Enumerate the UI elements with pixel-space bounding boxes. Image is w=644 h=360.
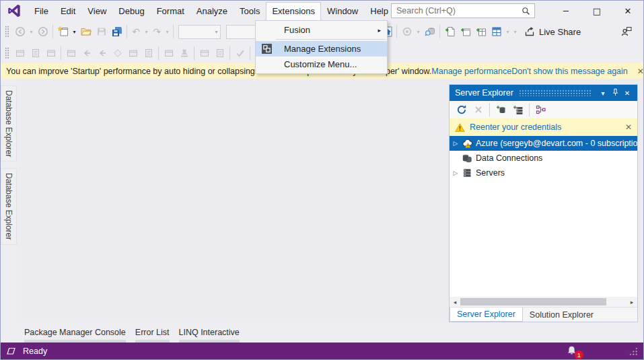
menu-window[interactable]: Window — [321, 3, 364, 20]
info-bar-close-icon[interactable]: ✕ — [637, 67, 644, 76]
scroll-left-icon[interactable]: ◂ — [450, 299, 460, 305]
visual-studio-logo-icon — [7, 3, 22, 18]
tree-item-label: Azure (sergeyb@devart.com - 0 subscripti… — [476, 139, 637, 148]
warning-close-icon[interactable]: ✕ — [625, 122, 632, 132]
navigate-forward-button — [35, 24, 50, 40]
expander-icon[interactable]: ▷ — [450, 170, 462, 176]
left-tool-window-tabs: Database Explorer Database Explorer — [1, 79, 17, 322]
reenter-credentials-link[interactable]: Reenter your credentials — [470, 122, 620, 132]
notifications-button[interactable]: 1 — [567, 345, 579, 357]
menu-item-customize-menu[interactable]: Customize Menu... — [256, 57, 387, 72]
toolbar-separator — [52, 25, 53, 38]
new-project-button[interactable] — [55, 24, 71, 40]
tree-item-data-connections[interactable]: Data Connections — [450, 151, 637, 166]
tree-item-servers[interactable]: ▷ Servers — [450, 166, 637, 180]
refresh-button[interactable] — [454, 102, 469, 118]
menu-item-label: Customize Menu... — [284, 59, 357, 69]
scrollbar-thumb[interactable] — [460, 298, 606, 305]
menu-help[interactable]: Help — [364, 3, 394, 20]
status-text: Ready — [23, 347, 47, 356]
save-all-button[interactable] — [109, 24, 124, 40]
notification-badge: 1 — [575, 351, 583, 359]
solution-configurations-combobox[interactable]: ▾ — [178, 25, 221, 39]
preview-button — [161, 45, 176, 61]
status-bar: Ready 1 — [1, 343, 643, 359]
title-bar: File Edit View Debug Format Analyze Tool… — [1, 1, 643, 21]
copy-button — [28, 45, 43, 61]
quick-search-box[interactable] — [391, 3, 535, 18]
close-window-button[interactable]: ✕ — [612, 1, 643, 21]
panel-close-icon[interactable]: ✕ — [621, 89, 633, 97]
vs-main-window: File Edit View Debug Format Analyze Tool… — [0, 0, 644, 360]
toolbar-options-caret-icon[interactable]: ▾ — [415, 29, 422, 35]
toolbar-separator — [194, 46, 194, 60]
toolbar-separator — [61, 46, 61, 60]
horizontal-scrollbar[interactable]: ◂ ▸ — [450, 297, 637, 307]
minimize-button[interactable]: ─ — [550, 1, 581, 21]
search-input[interactable] — [392, 6, 522, 15]
add-new-item-button[interactable] — [442, 24, 458, 40]
scroll-right-icon[interactable]: ▸ — [627, 299, 637, 305]
maximize-button[interactable]: □ — [581, 1, 612, 21]
menu-item-label: Fusion — [284, 25, 310, 35]
server-explorer-toolbar — [450, 101, 637, 118]
menu-debug[interactable]: Debug — [112, 3, 150, 20]
new-project-caret-icon[interactable]: ▾ — [71, 29, 78, 35]
send-feedback-button[interactable] — [618, 24, 634, 40]
redo-button: ↷ — [150, 26, 164, 37]
menu-extensions[interactable]: Extensions — [266, 2, 321, 20]
window-position-caret-icon[interactable]: ▾ — [597, 89, 609, 97]
sql-server-object-explorer-button[interactable] — [533, 102, 548, 118]
menu-tools[interactable]: Tools — [234, 3, 266, 20]
menu-item-fusion[interactable]: Fusion ▸ — [256, 22, 387, 38]
table-view-button[interactable] — [489, 24, 504, 40]
auto-hide-pin-icon[interactable] — [609, 88, 621, 98]
add-new-table-button[interactable] — [473, 24, 489, 40]
search-icon — [522, 7, 530, 15]
tree-item-azure[interactable]: ▷ Azure (sergeyb@devart.com - 0 subscrip… — [450, 136, 637, 151]
toolbar-drag-grip[interactable] — [5, 26, 9, 38]
combobox-caret-icon: ▾ — [213, 29, 220, 35]
submenu-arrow-icon: ▸ — [378, 27, 381, 34]
split-window-button — [141, 45, 156, 61]
menu-edit[interactable]: Edit — [55, 3, 81, 20]
dont-show-again-link[interactable]: Don't show this message again — [511, 67, 628, 76]
manage-performance-link[interactable]: Manage performance — [431, 67, 511, 76]
connect-to-database-button[interactable] — [493, 102, 509, 118]
toolbar-separator — [250, 46, 250, 60]
menu-analyze[interactable]: Analyze — [190, 3, 234, 20]
add-new-project-button[interactable] — [458, 24, 473, 40]
database-explorer-tab-2[interactable]: Database Explorer — [1, 168, 17, 244]
find-in-database-button[interactable] — [422, 24, 437, 40]
server-explorer-header[interactable]: Server Explorer ▾ ✕ — [450, 85, 637, 101]
breakpoint-button — [110, 45, 125, 61]
open-file-button[interactable] — [78, 24, 94, 40]
menu-file[interactable]: File — [28, 3, 55, 20]
tab-solution-explorer[interactable]: Solution Explorer — [523, 308, 600, 322]
server-explorer-panel: Server Explorer ▾ ✕ Reenter your credent… — [449, 84, 638, 322]
manage-extensions-icon — [261, 43, 273, 55]
new-window-button — [63, 45, 79, 61]
menu-view[interactable]: View — [81, 3, 112, 20]
expander-icon[interactable]: ▷ — [450, 140, 462, 147]
toolbar-options-caret-icon[interactable]: ▾ — [511, 29, 519, 35]
azure-warning-icon — [462, 138, 472, 149]
stamp-button — [176, 45, 192, 61]
scrollbar-track[interactable] — [460, 298, 627, 305]
toolbar-drag-grip[interactable] — [5, 47, 9, 59]
panel-header-texture — [519, 89, 592, 96]
database-explorer-tab-1[interactable]: Database Explorer — [1, 85, 17, 161]
tab-server-explorer[interactable]: Server Explorer — [450, 308, 523, 322]
warning-triangle-icon — [455, 122, 465, 133]
data-connections-icon — [462, 153, 472, 164]
live-share-icon — [524, 26, 535, 37]
resize-grip[interactable] — [629, 347, 638, 356]
step-back-button — [94, 45, 110, 61]
menu-item-manage-extensions[interactable]: Manage Extensions — [256, 41, 387, 57]
no-open-document-icon — [6, 347, 17, 356]
toolbar-options-caret-icon[interactable]: ▾ — [504, 29, 511, 35]
connect-to-server-button[interactable] — [510, 102, 526, 118]
menu-format[interactable]: Format — [151, 3, 190, 20]
live-share-button[interactable]: Live Share — [519, 24, 586, 40]
credentials-warning-bar: Reenter your credentials ✕ — [450, 118, 637, 136]
